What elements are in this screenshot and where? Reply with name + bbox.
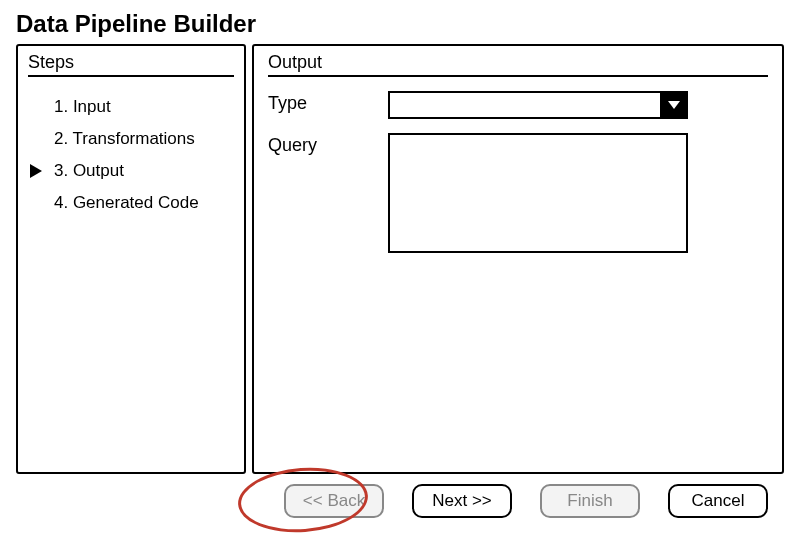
- step-label: 1. Input: [54, 97, 111, 116]
- steps-panel: Steps 1. Input 2. Transformations 3. Out…: [16, 44, 246, 474]
- type-select-value: [390, 93, 660, 117]
- output-heading: Output: [268, 52, 768, 77]
- step-transformations[interactable]: 2. Transformations: [34, 123, 234, 155]
- output-panel: Output Type Query: [252, 44, 784, 474]
- steps-list: 1. Input 2. Transformations 3. Output 4.…: [28, 91, 234, 219]
- cancel-button-label: Cancel: [692, 491, 745, 511]
- step-label: 4. Generated Code: [54, 193, 199, 212]
- step-label: 2. Transformations: [54, 129, 195, 148]
- type-select[interactable]: [388, 91, 688, 119]
- next-button-label: Next >>: [432, 491, 492, 511]
- back-button[interactable]: << Back: [284, 484, 384, 518]
- finish-button-label: Finish: [567, 491, 612, 511]
- type-label: Type: [268, 91, 388, 114]
- type-select-button[interactable]: [660, 93, 686, 117]
- query-input[interactable]: [388, 133, 688, 253]
- step-input[interactable]: 1. Input: [34, 91, 234, 123]
- back-button-label: << Back: [303, 491, 365, 511]
- finish-button[interactable]: Finish: [540, 484, 640, 518]
- next-button[interactable]: Next >>: [412, 484, 512, 518]
- cancel-button[interactable]: Cancel: [668, 484, 768, 518]
- query-label: Query: [268, 133, 388, 156]
- step-generated-code[interactable]: 4. Generated Code: [34, 187, 234, 219]
- step-output[interactable]: 3. Output: [34, 155, 234, 187]
- steps-heading: Steps: [28, 52, 234, 77]
- page-title: Data Pipeline Builder: [16, 10, 784, 38]
- chevron-down-icon: [668, 101, 680, 109]
- step-label: 3. Output: [54, 161, 124, 180]
- wizard-footer: << Back Next >> Finish Cancel: [16, 474, 784, 534]
